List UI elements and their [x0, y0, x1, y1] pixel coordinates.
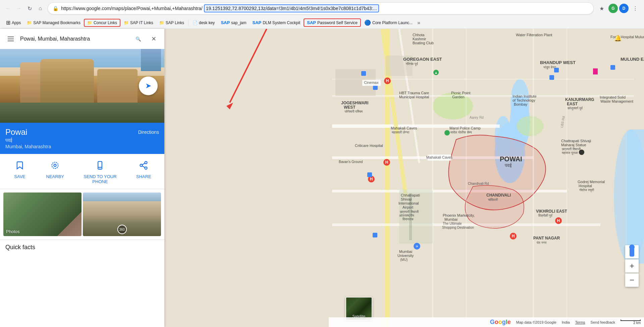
bookmark-sap-managed-label: SAP Managed Bookmarks: [33, 20, 80, 25]
photo-thumb-1[interactable]: Photos: [3, 193, 82, 236]
satellite-thumbnail[interactable]: Satellite: [345, 297, 372, 320]
notification-area: 🔔: [612, 32, 624, 44]
back-button[interactable]: ←: [3, 4, 13, 13]
svg-text:VIKHROLI EAST: VIKHROLI EAST: [536, 209, 567, 214]
bookmark-desk-key[interactable]: 📄 desk key: [190, 19, 217, 26]
svg-point-18: [517, 116, 543, 136]
bell-icon: 🔔: [614, 35, 622, 42]
send-to-phone-label: SEND TO YOURPHONE: [84, 174, 116, 184]
map-region: India: [562, 320, 570, 324]
svg-text:चांदिवली: चांदिवली: [488, 198, 498, 202]
directions-label[interactable]: Directions: [138, 127, 159, 135]
svg-text:Mahakali Caves: Mahakali Caves: [391, 126, 417, 130]
bookmark-concur-links-label: Concur Links: [94, 20, 117, 25]
bookmark-dlm-cockpit[interactable]: SAP DLM System Cockpit: [250, 19, 303, 26]
svg-text:CHANDIVALI: CHANDIVALI: [486, 193, 511, 198]
svg-text:Aarey Rd: Aarey Rd: [470, 116, 484, 119]
bookmark-star-button[interactable]: ★: [596, 3, 607, 14]
svg-text:Picnic Point: Picnic Point: [451, 91, 470, 95]
street-view-button[interactable]: [625, 245, 639, 259]
svg-text:JOGESHWARI: JOGESHWARI: [341, 101, 368, 105]
svg-text:Waste Management: Waste Management: [600, 99, 633, 103]
svg-text:of Technology: of Technology: [513, 98, 535, 102]
svg-text:✈: ✈: [416, 244, 418, 248]
svg-rect-2: [98, 161, 102, 169]
nearby-label: NEARBY: [46, 174, 64, 179]
browser-toolbar: ← → ↻ ⌂ 🔒 https://www.google.com/maps/pl…: [0, 0, 644, 17]
pegman-icon: [630, 247, 634, 257]
search-button[interactable]: 🔍: [132, 33, 144, 45]
svg-text:EAST: EAST: [567, 102, 578, 106]
directions-circle-button[interactable]: ➤: [139, 76, 158, 95]
refresh-button[interactable]: ↻: [25, 4, 34, 13]
grid-icon: ⊞: [6, 19, 10, 26]
user-avatar[interactable]: D: [619, 4, 629, 13]
send-feedback-link[interactable]: Send feedback: [591, 320, 615, 324]
svg-text:Mumbai: Mumbai: [399, 250, 412, 254]
extension-icon: G: [608, 4, 618, 13]
zoom-in-button[interactable]: +: [625, 259, 639, 273]
save-label: SAVE: [14, 174, 25, 179]
bookmark-password-ss[interactable]: SAP Password Self Service: [304, 18, 361, 27]
bookmark-apps[interactable]: ⊞ Apps: [3, 18, 23, 27]
bookmark-sap-it-links[interactable]: 📁 SAP IT Links: [121, 19, 156, 26]
apps-grid-button[interactable]: ⁢: [597, 32, 609, 44]
send-to-phone-action-button[interactable]: SEND TO YOURPHONE: [84, 159, 116, 184]
svg-text:जोगेश्वरी पश्चिम: जोगेश्वरी पश्चिम: [344, 110, 363, 113]
save-action-button[interactable]: SAVE: [13, 159, 26, 184]
svg-text:Indian Institute: Indian Institute: [513, 94, 537, 98]
chrome-menu-button[interactable]: ⋮: [630, 3, 641, 14]
photo-thumb-2[interactable]: 360: [83, 193, 161, 236]
share-action-button[interactable]: SHARE: [136, 159, 151, 184]
svg-text:Mumbai: Mumbai: [444, 217, 458, 221]
bookmarks-more[interactable]: »: [417, 20, 420, 26]
map-area[interactable]: H H H H H ▲: [164, 29, 644, 327]
folder-icon: 📁: [159, 20, 164, 25]
svg-text:The Ultimate: The Ultimate: [443, 222, 462, 225]
bookmark-concur-links[interactable]: 📁 Concur Links: [84, 19, 120, 27]
svg-text:University: University: [397, 254, 414, 258]
svg-rect-59: [593, 68, 598, 74]
zoom-out-button[interactable]: −: [625, 273, 639, 287]
svg-text:Airport: Airport: [402, 205, 413, 209]
svg-text:H: H: [512, 234, 515, 238]
svg-text:Water Filteration Plant: Water Filteration Plant: [516, 33, 552, 37]
scale-text: 2 km: [633, 321, 641, 325]
page-icon: 📄: [193, 20, 198, 25]
folder-icon: 📁: [124, 20, 129, 25]
svg-text:Phoenix Marketcity,: Phoenix Marketcity,: [443, 213, 475, 217]
home-button[interactable]: ⌂: [36, 4, 45, 13]
photos-label: Photos: [6, 229, 19, 234]
folder-icon: 📁: [27, 20, 32, 25]
svg-text:Shivaji: Shivaji: [401, 197, 412, 201]
bookmark-sap-links-label: SAP Links: [166, 20, 184, 25]
forward-button[interactable]: →: [14, 4, 23, 13]
bookmark-sap-jam[interactable]: SAP sap_jam: [218, 19, 249, 26]
photo-360-icon: 360: [117, 225, 127, 234]
map-terms[interactable]: Terms: [575, 320, 585, 324]
bookmark-sap-links[interactable]: 📁 SAP Links: [157, 19, 187, 26]
close-button[interactable]: ✕: [148, 33, 160, 45]
svg-point-0: [54, 164, 56, 167]
svg-text:Kashmir: Kashmir: [413, 37, 426, 41]
nearby-action-button[interactable]: NEARBY: [46, 159, 64, 184]
svg-text:International: International: [398, 201, 419, 205]
bookmark-sap-managed[interactable]: 📁 SAP Managed Bookmarks: [24, 19, 83, 26]
svg-text:Bombay: Bombay: [514, 102, 528, 106]
browser-chrome: ← → ↻ ⌂ 🔒 https://www.google.com/maps/pl…: [0, 0, 644, 29]
bookmark-apps-label: Apps: [12, 20, 21, 25]
svg-text:WEST: WEST: [344, 105, 356, 110]
svg-rect-49: [373, 233, 377, 237]
bookmark-core-platform[interactable]: 🔵 Core Platform Launc...: [362, 18, 415, 27]
search-input-text[interactable]: Powai, Mumbai, Maharashtra: [20, 36, 129, 42]
svg-text:मारोल पोलीस कॅम्प: मारोल पोलीस कॅम्प: [450, 130, 472, 134]
svg-text:PANT NAGAR: PANT NAGAR: [533, 236, 560, 240]
svg-text:H: H: [386, 78, 389, 83]
notification-button[interactable]: 🔔: [612, 32, 624, 44]
share-icon: [137, 159, 150, 172]
bookmark-desk-key-label: desk key: [199, 20, 215, 25]
hamburger-button[interactable]: [5, 33, 17, 45]
address-bar[interactable]: 🔒 https://www.google.com/maps/place/Powa…: [48, 2, 594, 14]
svg-point-1: [52, 162, 58, 169]
svg-text:Municipal Hospital: Municipal Hospital: [399, 95, 429, 99]
